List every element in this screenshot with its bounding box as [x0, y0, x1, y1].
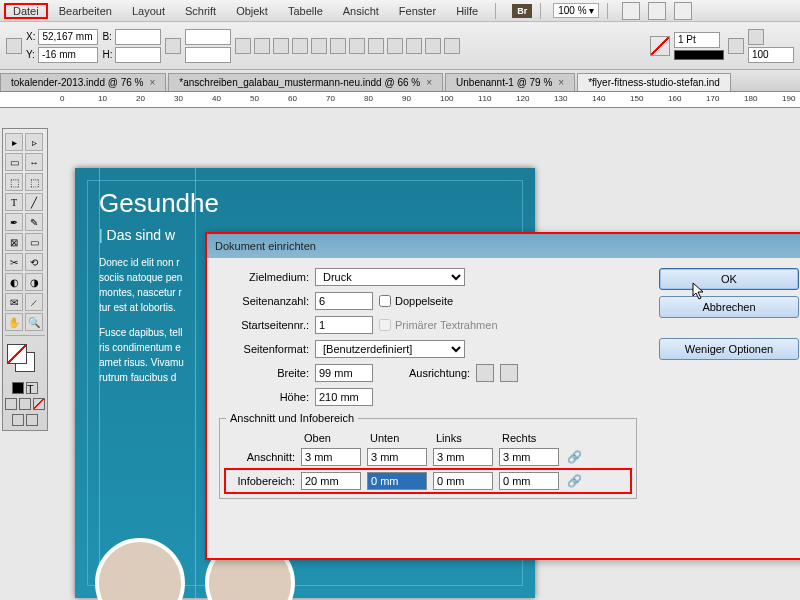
scissors-icon[interactable]: ✂: [5, 253, 23, 271]
doc-tab[interactable]: *anschreiben_galabau_mustermann-neu.indd…: [168, 73, 443, 91]
cancel-button[interactable]: Abbrechen: [659, 296, 799, 318]
color-icon[interactable]: [5, 398, 17, 410]
seitenanzahl-input[interactable]: [315, 292, 373, 310]
doc-tab-active[interactable]: *flyer-fitness-studio-stefan.ind: [577, 73, 731, 91]
close-icon[interactable]: ×: [149, 77, 155, 88]
content-collector-icon[interactable]: ⬚: [5, 173, 23, 191]
page-tool-icon[interactable]: ▭: [5, 153, 23, 171]
menu-fenster[interactable]: Fenster: [390, 3, 445, 19]
toolbar-icon[interactable]: [406, 38, 422, 54]
content-placer-icon[interactable]: ⬚: [25, 173, 43, 191]
toolbar-icon[interactable]: [425, 38, 441, 54]
screen-mode-icon[interactable]: [648, 2, 666, 20]
eyedropper-icon[interactable]: ⟋: [25, 293, 43, 311]
selection-tool-icon[interactable]: ▸: [5, 133, 23, 151]
anschnitt-unten[interactable]: [367, 448, 427, 466]
info-oben[interactable]: [301, 472, 361, 490]
view-mode-icon[interactable]: [26, 414, 38, 426]
ref-point-icon[interactable]: [6, 38, 22, 54]
anschnitt-rechts[interactable]: [499, 448, 559, 466]
gap-tool-icon[interactable]: ↔: [25, 153, 43, 171]
ok-button[interactable]: OK: [659, 268, 799, 290]
hand-tool-icon[interactable]: ✋: [5, 313, 23, 331]
link-icon[interactable]: 🔗: [565, 448, 583, 466]
toolbar-icon[interactable]: [330, 38, 346, 54]
anschnitt-links[interactable]: [433, 448, 493, 466]
menu-bearbeiten[interactable]: Bearbeiten: [50, 3, 121, 19]
toolbar-icon[interactable]: [387, 38, 403, 54]
type-color-icon[interactable]: T: [26, 382, 38, 394]
ruler-mark: 80: [364, 94, 373, 103]
toolbar-icon[interactable]: [292, 38, 308, 54]
view-mode-icon[interactable]: [12, 414, 24, 426]
stroke-weight-input[interactable]: [674, 32, 720, 48]
x-input[interactable]: [38, 29, 98, 45]
toolbar-icon[interactable]: [349, 38, 365, 54]
transform-icon[interactable]: ⟲: [25, 253, 43, 271]
seitenformat-select[interactable]: [Benutzerdefiniert]: [315, 340, 465, 358]
info-links[interactable]: [433, 472, 493, 490]
none-icon[interactable]: [33, 398, 45, 410]
line-tool-icon[interactable]: ╱: [25, 193, 43, 211]
landscape-icon[interactable]: [500, 364, 518, 382]
anschnitt-oben[interactable]: [301, 448, 361, 466]
note-tool-icon[interactable]: ✉: [5, 293, 23, 311]
horizontal-ruler[interactable]: 0102030405060708090100110120130140150160…: [0, 92, 800, 108]
rectangle-frame-icon[interactable]: ⊠: [5, 233, 23, 251]
toolbar-icon[interactable]: [444, 38, 460, 54]
hoehe-input[interactable]: [315, 388, 373, 406]
link-icon[interactable]: 🔗: [565, 472, 583, 490]
h-input[interactable]: [115, 47, 161, 63]
view-options-icon[interactable]: [622, 2, 640, 20]
doc-tab[interactable]: tokalender-2013.indd @ 76 %×: [0, 73, 166, 91]
scale-y-input[interactable]: [185, 47, 231, 63]
info-unten[interactable]: [367, 472, 427, 490]
menu-layout[interactable]: Layout: [123, 3, 174, 19]
menu-datei[interactable]: Datei: [4, 3, 48, 19]
fill-stroke-swatch[interactable]: [7, 344, 43, 374]
portrait-icon[interactable]: [476, 364, 494, 382]
close-icon[interactable]: ×: [558, 77, 564, 88]
less-options-button[interactable]: Weniger Optionen: [659, 338, 799, 360]
zoom-tool-icon[interactable]: 🔍: [25, 313, 43, 331]
rectangle-icon[interactable]: ▭: [25, 233, 43, 251]
startseite-input[interactable]: [315, 316, 373, 334]
menu-ansicht[interactable]: Ansicht: [334, 3, 388, 19]
toolbar-icon[interactable]: [273, 38, 289, 54]
breite-label: Breite:: [219, 367, 309, 379]
gradient-icon[interactable]: [19, 398, 31, 410]
menu-hilfe[interactable]: Hilfe: [447, 3, 487, 19]
type-tool-icon[interactable]: T: [5, 193, 23, 211]
toolbar-icon[interactable]: [368, 38, 384, 54]
doc-tab[interactable]: Unbenannt-1 @ 79 %×: [445, 73, 575, 91]
effects-icon[interactable]: [728, 38, 744, 54]
scale-x-input[interactable]: [185, 29, 231, 45]
bridge-icon[interactable]: Br: [512, 4, 532, 18]
doppelseite-checkbox[interactable]: Doppelseite: [379, 295, 453, 307]
gradient-feather-icon[interactable]: ◑: [25, 273, 43, 291]
toolbar-icon[interactable]: [235, 38, 251, 54]
breite-input[interactable]: [315, 364, 373, 382]
opacity-icon[interactable]: [748, 29, 764, 45]
pen-tool-icon[interactable]: ✒: [5, 213, 23, 231]
stroke-color-swatch[interactable]: [674, 50, 724, 60]
apply-color-icon[interactable]: [12, 382, 24, 394]
y-input[interactable]: [38, 47, 98, 63]
zoom-field[interactable]: 100 % ▾: [553, 3, 598, 18]
direct-selection-tool-icon[interactable]: ▹: [25, 133, 43, 151]
pencil-tool-icon[interactable]: ✎: [25, 213, 43, 231]
menu-objekt[interactable]: Objekt: [227, 3, 277, 19]
menu-tabelle[interactable]: Tabelle: [279, 3, 332, 19]
toolbar-icon[interactable]: [311, 38, 327, 54]
constrain-icon[interactable]: [165, 38, 181, 54]
close-icon[interactable]: ×: [426, 77, 432, 88]
arrange-icon[interactable]: [674, 2, 692, 20]
info-rechts[interactable]: [499, 472, 559, 490]
opacity-input[interactable]: [748, 47, 794, 63]
w-input[interactable]: [115, 29, 161, 45]
gradient-swatch-icon[interactable]: ◐: [5, 273, 23, 291]
zielmedium-select[interactable]: Druck: [315, 268, 465, 286]
toolbar-icon[interactable]: [254, 38, 270, 54]
no-stroke-icon[interactable]: [650, 36, 670, 56]
menu-schrift[interactable]: Schrift: [176, 3, 225, 19]
